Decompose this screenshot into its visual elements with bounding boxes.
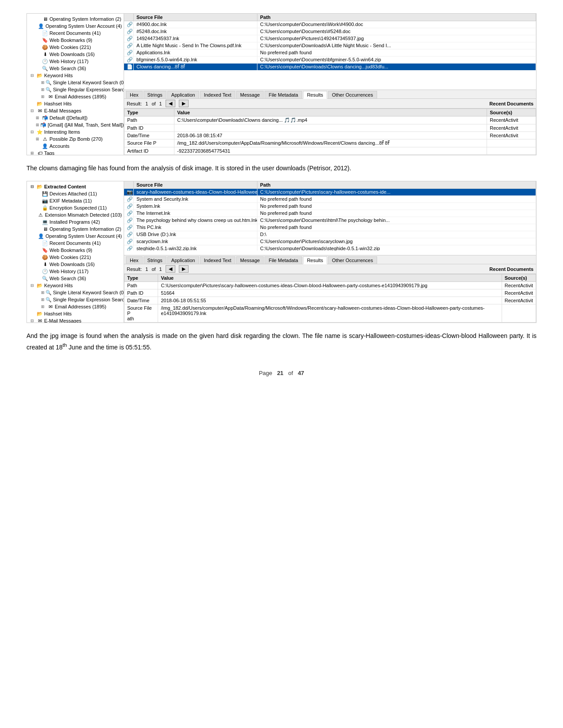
paragraph-2-end: June and the time is 05:51:55. — [67, 343, 151, 350]
expand-icon: ⊟ — [30, 319, 36, 323]
tree-item-email-addr2[interactable]: ⊞ ✉ Email Addresses (1895) — [27, 303, 124, 310]
tree-item-os-info[interactable]: 🖥 Operating System Information (2) — [27, 15, 124, 23]
tree-item-websearch2[interactable]: 🔍 Web Search (36) — [27, 275, 124, 282]
tree-item-literal[interactable]: ⊞ 🔍 Single Literal Keyword Search (0) — [27, 79, 124, 86]
expand-icon: ⊟ — [30, 184, 36, 189]
tree-item-regex[interactable]: ⊞ 🔍 Single Regular Expression Search (0) — [27, 86, 124, 93]
tree-item-zipbomb[interactable]: ⊞ ⚠ Possible Zip Bomb (270) — [27, 135, 124, 143]
source-cell: RecentActivit — [487, 116, 536, 124]
tab-application[interactable]: Application — [167, 91, 199, 98]
tree-item-extmismatch[interactable]: ⚠ Extension Mismatch Detected (103) — [27, 211, 124, 218]
tab-message-2[interactable]: Message — [236, 256, 264, 264]
tree-label: Web Search (36) — [49, 66, 86, 71]
tree-item-history2[interactable]: 🕐 Web History (117) — [27, 268, 124, 275]
tree-item-email[interactable]: ⊟ ✉ E-Mail Messages — [27, 107, 124, 114]
tree-item-regex2[interactable]: ⊞ 🔍 Single Regular Expression Search (0) — [27, 296, 124, 303]
tree-item-interesting[interactable]: ⊟ ⭐ Interesting Items — [27, 128, 124, 135]
tree-item-hashset[interactable]: 📂 Hashset Hits — [27, 100, 124, 107]
result-nav-prev-2[interactable]: ◀ — [166, 265, 175, 273]
file-name: steghide-0.5.1-win32.zip.lnk — [134, 245, 257, 251]
tree-label: Web Downloads (16) — [49, 52, 95, 57]
header-source: Source File — [134, 14, 257, 21]
file-row[interactable]: 🔗 USB Drive (D:).lnk D:\ — [124, 231, 536, 238]
tab-file-metadata[interactable]: File Metadata — [264, 91, 302, 98]
file-row[interactable]: 🔗 A Little Night Music - Send In The Clo… — [124, 42, 536, 49]
tab-hex[interactable]: Hex — [126, 91, 143, 98]
file-row[interactable]: 🔗 Applications.lnk No preferred path fou… — [124, 49, 536, 56]
tree-item-default[interactable]: ⊞ 📬 Default ([Default]) — [27, 114, 124, 121]
file-row[interactable]: 🔗 1492447345937.lnk C:\Users\computer\Pi… — [124, 35, 536, 42]
file-name: Clowns dancing...8f̈ 8f̈ — [134, 64, 257, 70]
tree-item-gmail[interactable]: ⊞ 📬 [Gmail] ([All Mail, Trash, Sent Mail… — [27, 121, 124, 128]
file-name: Applications.lnk — [134, 49, 257, 56]
tree-item-cookies[interactable]: 🍪 Web Cookies (221) — [27, 44, 124, 51]
file-row-selected[interactable]: 📷 scary-halloween-costumes-ideas-Clown-b… — [124, 189, 536, 196]
file-row[interactable]: 🔗 bfgminer-5.5.0-win64.zip.lnk C:\Users\… — [124, 56, 536, 64]
tree-item-encrypt[interactable]: 🔒 Encryption Suspected (11) — [27, 204, 124, 211]
tree-item-history[interactable]: 🕐 Web History (117) — [27, 58, 124, 65]
tab-file-metadata-2[interactable]: File Metadata — [264, 256, 302, 264]
tree-item-os-info2[interactable]: 🖥 Operating System Information (2) — [27, 225, 124, 233]
tree-item-os-user2[interactable]: 👤 Operating System User Account (4) — [27, 233, 124, 240]
result-nav-prev[interactable]: ◀ — [166, 100, 175, 107]
source-cell — [487, 139, 536, 147]
tree-item-exif[interactable]: 📷 EXIF Metadata (11) — [27, 197, 124, 204]
tab-hex-2[interactable]: Hex — [126, 256, 143, 264]
os-info2-icon: 🖥 — [42, 226, 48, 232]
expand-icon: ⊟ — [30, 283, 36, 288]
tab-message[interactable]: Message — [236, 91, 264, 98]
file-row[interactable]: 🔗 This PC.lnk No preferred path found — [124, 224, 536, 231]
tab-strings-2[interactable]: Strings — [144, 256, 166, 264]
file-name: This PC.lnk — [134, 224, 257, 231]
tab-strings[interactable]: Strings — [144, 91, 166, 98]
expand-icon: ⊞ — [36, 137, 41, 141]
file-row[interactable]: 🔗 #4900.doc.lnk C:\Users\computer\Docume… — [124, 21, 536, 28]
tab-indexed-text-2[interactable]: Indexed Text — [200, 256, 235, 264]
file-row[interactable]: 🔗 System and Security.lnk No preferred p… — [124, 196, 536, 203]
file-name: System.lnk — [134, 203, 257, 210]
result-nav-next-2[interactable]: ▶ — [179, 265, 189, 273]
tree-item-installed[interactable]: 💻 Installed Programs (42) — [27, 218, 124, 225]
tree-item-literal2[interactable]: ⊞ 🔍 Single Literal Keyword Search (0) — [27, 289, 124, 296]
tab-application-2[interactable]: Application — [167, 256, 199, 264]
tree-item-devices[interactable]: 💾 Devices Attached (11) — [27, 190, 124, 197]
tree-item-websearch[interactable]: 🔍 Web Search (36) — [27, 65, 124, 72]
file-row[interactable]: 🔗 #5248.doc.lnk C:\Users\computer\Docume… — [124, 28, 536, 35]
file-row[interactable]: 🔗 The psychology behind why clowns creep… — [124, 217, 536, 224]
tree-item-tags[interactable]: ⊞ 🏷 Tags — [27, 150, 124, 155]
tree-item-extracted[interactable]: ⊟ 📂 Extracted Content — [27, 183, 124, 190]
tree-item-recent-docs2[interactable]: 📄 Recent Documents (41) — [27, 240, 124, 247]
file-row[interactable]: 🔗 The Internet.lnk No preferred path fou… — [124, 210, 536, 217]
tab-results-2[interactable]: Results — [303, 256, 327, 264]
file-row[interactable]: 🔗 steghide-0.5.1-win32.zip.lnk C:\Users\… — [124, 245, 536, 251]
tree-item-downloads2[interactable]: ⬇ Web Downloads (16) — [27, 261, 124, 268]
tree-item-email-addr[interactable]: ⊞ ✉ Email Addresses (1895) — [27, 93, 124, 100]
tree-item-email2[interactable]: ⊟ ✉ E-Mail Messages — [27, 317, 124, 323]
tree-item-os-user[interactable]: 👤 Operating System User Account (4) — [27, 23, 124, 30]
tags-icon: 🏷 — [37, 150, 43, 155]
file-icon: 📄 — [124, 64, 134, 70]
tree-item-accounts[interactable]: 👤 Accounts — [27, 143, 124, 150]
file-row[interactable]: 🔗 System.lnk No preferred path found — [124, 203, 536, 210]
tree-label: Recent Documents (41) — [49, 240, 101, 246]
file-name: System and Security.lnk — [134, 196, 257, 203]
file-path: D:\ — [257, 231, 536, 238]
tree-item-bookmarks2[interactable]: 🔖 Web Bookmarks (9) — [27, 247, 124, 254]
tree-item-recent-docs[interactable]: 📄 Recent Documents (41) — [27, 30, 124, 37]
result-nav-next[interactable]: ▶ — [179, 100, 189, 107]
file-row-selected[interactable]: 📄 Clowns dancing...8f̈ 8f̈ C:\Users\comp… — [124, 64, 536, 71]
page-footer: Page 21 of 47 — [26, 370, 537, 376]
tab-other-occurrences[interactable]: Other Occurrences — [328, 91, 377, 98]
tree-item-cookies2[interactable]: 🍪 Web Cookies (221) — [27, 254, 124, 261]
tab-indexed-text[interactable]: Indexed Text — [200, 91, 235, 98]
file-path: C:\Users\computer\Documents\html\The psy… — [257, 217, 536, 224]
tree-item-downloads[interactable]: ⬇ Web Downloads (16) — [27, 51, 124, 58]
tree-item-hashset2[interactable]: 📂 Hashset Hits — [27, 310, 124, 317]
file-list-body-1: 🔗 #4900.doc.lnk C:\Users\computer\Docume… — [124, 21, 536, 71]
tab-results[interactable]: Results — [303, 91, 327, 99]
tab-other-occurrences-2[interactable]: Other Occurrences — [328, 256, 377, 264]
file-row[interactable]: 🔗 scaryclown.lnk C:\Users\computer\Pictu… — [124, 238, 536, 245]
tree-item-bookmarks[interactable]: 🔖 Web Bookmarks (9) — [27, 37, 124, 44]
tree-item-keyword-hits2[interactable]: ⊟ 📂 Keyword Hits — [27, 282, 124, 289]
tree-item-keyword-hits[interactable]: ⊟ 📂 Keyword Hits — [27, 72, 124, 79]
